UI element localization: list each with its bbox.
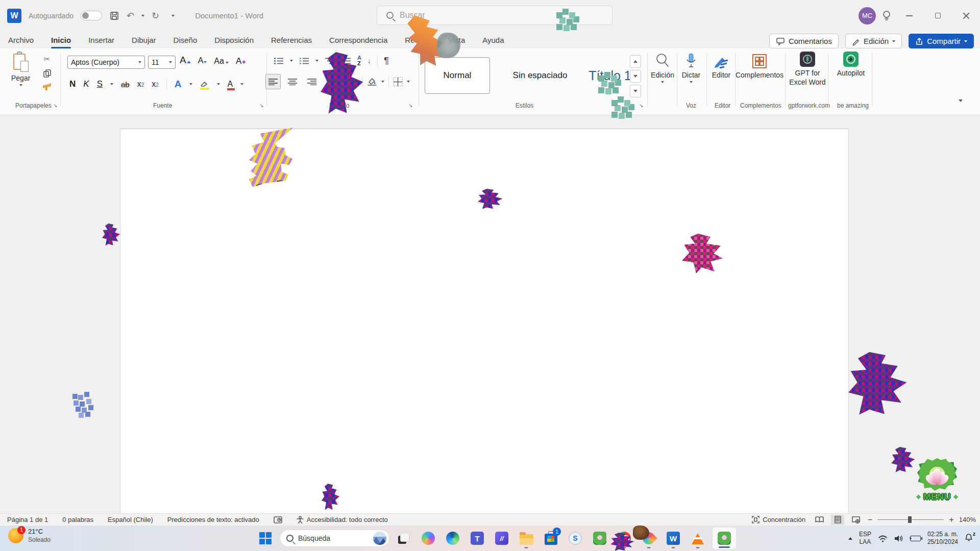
align-right-button[interactable] <box>304 74 320 89</box>
undo-chevron-icon[interactable] <box>141 15 144 17</box>
text-predictions-icon[interactable] <box>266 516 289 523</box>
font-dialog-launcher[interactable]: ↘ <box>259 103 263 108</box>
shading-chevron-icon[interactable] <box>381 81 384 83</box>
italic-button[interactable]: K <box>83 79 89 89</box>
borders-chevron-icon[interactable] <box>407 81 410 83</box>
tab-dibujar[interactable]: Dibujar <box>131 34 157 46</box>
editor-button[interactable]: Editor <box>708 54 734 79</box>
editing-mode-button[interactable]: Edición <box>845 34 902 48</box>
styles-gallery-more[interactable] <box>630 85 641 97</box>
undo-icon[interactable]: ↶ <box>127 11 134 20</box>
zoom-slider[interactable] <box>877 519 944 520</box>
tab-correspondencia[interactable]: Correspondencia <box>328 34 388 46</box>
numbering-icon[interactable] <box>299 57 309 65</box>
close-button[interactable] <box>954 6 978 26</box>
align-left-button[interactable] <box>265 74 281 89</box>
superscript-button[interactable]: x2 <box>152 80 159 89</box>
share-button[interactable]: Compartir <box>909 34 974 48</box>
language-indicator[interactable]: ESPLAA <box>859 531 871 546</box>
bullets-chevron-icon[interactable] <box>290 60 293 62</box>
menu-label[interactable]: MENU <box>923 492 951 502</box>
text-effects-chevron-icon[interactable] <box>189 83 192 85</box>
styles-scroll-up[interactable] <box>630 55 641 68</box>
m-app-button[interactable]: // <box>492 527 512 549</box>
comments-button[interactable]: Comentarios <box>769 34 839 48</box>
highlight-button[interactable] <box>200 80 209 89</box>
lightbulb-icon[interactable] <box>881 10 892 22</box>
clipboard-dialog-launcher[interactable]: ↘ <box>53 103 57 108</box>
restore-button[interactable] <box>926 6 949 26</box>
dictate-button[interactable]: Dictar <box>680 53 702 83</box>
vlc-button[interactable] <box>688 527 708 549</box>
zoom-level[interactable]: 140% <box>959 516 976 523</box>
subscript-button[interactable]: x2 <box>137 80 144 89</box>
print-layout-button[interactable] <box>831 515 844 525</box>
cut-icon[interactable]: ✂ <box>44 55 51 64</box>
font-color-button[interactable]: A <box>228 80 233 89</box>
tab-disposicion[interactable]: Disposición <box>213 34 255 46</box>
addins-button[interactable]: Complementos <box>739 54 780 79</box>
edge-button[interactable] <box>443 527 463 549</box>
numbering-chevron-icon[interactable] <box>315 60 318 62</box>
paragraph-dialog-launcher[interactable]: ↘ <box>408 103 412 108</box>
focus-mode-button[interactable]: Concentración <box>750 516 807 523</box>
tab-inicio[interactable]: Inicio <box>50 34 72 46</box>
grow-font-button[interactable]: A <box>180 55 191 68</box>
web-layout-button[interactable] <box>849 515 863 525</box>
menu-label-row[interactable]: MENU <box>916 492 958 502</box>
tab-vista[interactable]: Vista <box>447 34 466 46</box>
copy-icon[interactable] <box>43 69 51 78</box>
text-predictions-status[interactable]: Predicciones de texto: activado <box>160 516 266 523</box>
wifi-icon[interactable] <box>878 535 888 542</box>
style-sin-espaciado[interactable]: Sin espaciado <box>494 57 586 94</box>
clear-format-button[interactable]: A <box>236 56 246 66</box>
tab-referencias[interactable]: Referencias <box>270 34 313 46</box>
page-count[interactable]: Página 1 de 1 <box>0 516 55 523</box>
underline-chevron-icon[interactable] <box>110 83 113 85</box>
change-case-button[interactable]: Aa <box>214 57 229 66</box>
format-painter-icon[interactable] <box>43 83 51 90</box>
qat-overflow-icon[interactable] <box>172 15 175 17</box>
multilevel-list-icon[interactable] <box>325 57 335 65</box>
read-mode-button[interactable] <box>813 515 826 525</box>
minimize-button[interactable] <box>897 6 921 26</box>
text-effects-button[interactable]: A <box>175 79 182 90</box>
style-titulo-1[interactable]: Título 1 <box>588 57 632 94</box>
document-page[interactable] <box>120 129 849 513</box>
autosave-toggle[interactable] <box>81 11 102 20</box>
highlight-chevron-icon[interactable] <box>217 83 220 85</box>
font-color-chevron-icon[interactable] <box>240 83 243 85</box>
game-lotus-button[interactable] <box>590 527 610 549</box>
active-game-window-button[interactable] <box>712 527 737 549</box>
sort-button[interactable]: AZ <box>357 55 361 66</box>
game-menu-overlay[interactable]: MENU <box>915 458 960 511</box>
shrink-font-button[interactable]: A <box>198 56 207 67</box>
style-normal[interactable]: Normal <box>425 57 490 94</box>
collapse-ribbon-icon[interactable] <box>959 99 963 102</box>
font-size-select[interactable]: 11 <box>148 56 176 69</box>
styles-dialog-launcher[interactable]: ↘ <box>639 103 643 108</box>
styles-scroll-down[interactable] <box>630 70 641 83</box>
notification-bell-button[interactable]: z <box>965 533 973 544</box>
tab-revisar[interactable]: Revisar <box>404 34 432 46</box>
paint-button[interactable] <box>639 527 659 549</box>
justify-button[interactable] <box>324 74 339 89</box>
copilot-button[interactable] <box>418 527 438 549</box>
tab-insertar[interactable]: Insertar <box>87 34 115 46</box>
taskbar-search[interactable]: Búsqueda <box>280 530 389 547</box>
shading-icon[interactable] <box>367 77 377 86</box>
teams-button[interactable]: T <box>467 527 487 549</box>
weather-widget[interactable]: 1 21°C Soleado <box>8 528 51 543</box>
avatar[interactable]: MC <box>859 7 876 24</box>
store-button[interactable]: 1 <box>541 527 561 549</box>
word-count[interactable]: 0 palabras <box>55 516 101 523</box>
tab-diseno[interactable]: Diseño <box>173 34 199 46</box>
file-explorer-button[interactable] <box>516 527 536 549</box>
strikethrough-button[interactable]: ab <box>121 80 130 89</box>
zoom-in-button[interactable]: + <box>949 515 953 524</box>
zoom-slider-thumb[interactable] <box>908 516 912 523</box>
editing-find-button[interactable]: Edición <box>651 53 674 83</box>
bold-button[interactable]: N <box>69 79 76 89</box>
line-spacing-chevron-icon[interactable] <box>355 81 358 83</box>
autopilot-button[interactable]: ✈ Autopilot <box>833 52 869 77</box>
